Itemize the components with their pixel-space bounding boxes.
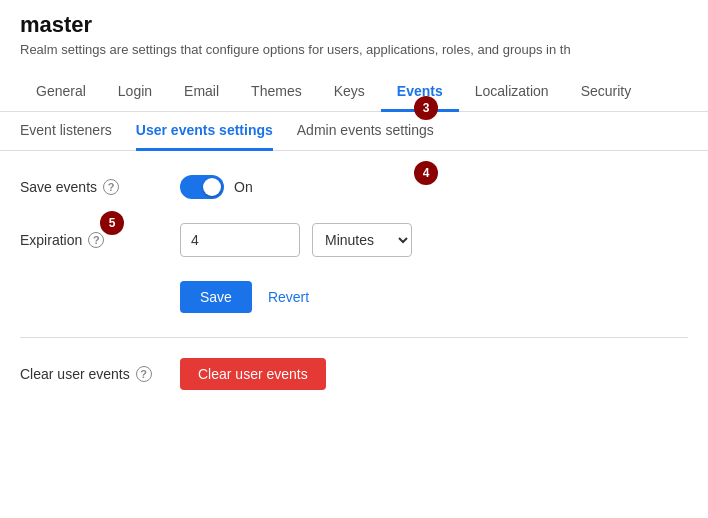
subtab-user-events-settings[interactable]: User events settings — [136, 112, 273, 151]
save-button[interactable]: Save — [180, 281, 252, 313]
save-events-toggle-wrapper: On — [180, 175, 253, 199]
expiration-help-icon[interactable]: ? — [88, 232, 104, 248]
tab-general[interactable]: General — [20, 73, 102, 112]
page-description: Realm settings are settings that configu… — [20, 42, 688, 57]
save-events-row: Save events ? On — [20, 175, 688, 199]
tab-security[interactable]: Security — [565, 73, 648, 112]
content-area: Save events ? On Expiration ? Minutes — [0, 151, 708, 414]
expiration-input[interactable] — [180, 223, 300, 257]
top-nav: General Login Email Themes Keys Events L… — [0, 73, 708, 112]
save-events-label: Save events ? — [20, 179, 180, 195]
annotation-4: 4 — [414, 161, 438, 185]
annotation-3: 3 — [414, 96, 438, 120]
clear-events-help-icon[interactable]: ? — [136, 366, 152, 382]
page-title: master — [20, 12, 688, 38]
revert-button[interactable]: Revert — [268, 289, 309, 305]
tab-keys[interactable]: Keys — [318, 73, 381, 112]
sub-nav: Event listeners User events settings Adm… — [0, 112, 708, 151]
clear-user-events-label: Clear user events ? — [20, 366, 180, 382]
tab-login[interactable]: Login — [102, 73, 168, 112]
tab-email[interactable]: Email — [168, 73, 235, 112]
clear-user-events-button[interactable]: Clear user events — [180, 358, 326, 390]
tab-themes[interactable]: Themes — [235, 73, 318, 112]
toggle-thumb — [203, 178, 221, 196]
expiration-unit-select[interactable]: Minutes Hours Days — [312, 223, 412, 257]
subtab-admin-events-settings[interactable]: Admin events settings — [297, 112, 434, 151]
tab-localization[interactable]: Localization — [459, 73, 565, 112]
save-revert-row: Save Revert — [180, 281, 688, 313]
annotation-5: 5 — [100, 211, 124, 235]
save-events-help-icon[interactable]: ? — [103, 179, 119, 195]
subtab-event-listeners[interactable]: Event listeners — [20, 112, 112, 151]
clear-user-events-row: Clear user events ? Clear user events — [20, 358, 688, 390]
toggle-track — [180, 175, 224, 199]
toggle-state-label: On — [234, 179, 253, 195]
expiration-label: Expiration ? — [20, 232, 180, 248]
page-header: master Realm settings are settings that … — [0, 0, 708, 63]
page-wrapper: master Realm settings are settings that … — [0, 0, 708, 414]
section-divider — [20, 337, 688, 338]
save-events-toggle[interactable] — [180, 175, 224, 199]
